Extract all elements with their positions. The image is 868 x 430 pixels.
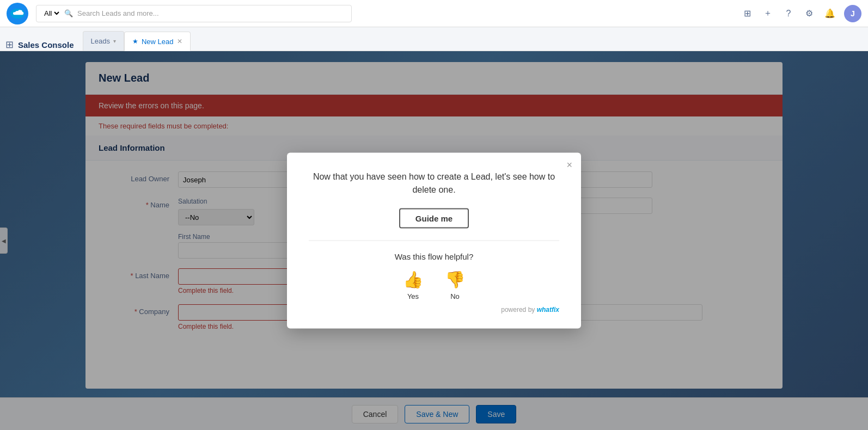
tab-new-lead-label: New Lead	[142, 38, 174, 46]
add-icon[interactable]: ＋	[761, 7, 774, 20]
guide-me-button[interactable]: Guide me	[399, 208, 469, 229]
tab-star-icon: ★	[132, 38, 138, 45]
modal-close-button[interactable]: ×	[566, 159, 572, 171]
main-area: ◀ New Lead Review the errors on this pag…	[0, 51, 868, 430]
app-name: Sales Console	[18, 40, 74, 50]
modal-body-text: Now that you have seen how to create a L…	[309, 170, 559, 196]
thumbs-up-icon: 👍	[403, 270, 423, 289]
search-icon: 🔍	[64, 9, 73, 17]
salesforce-logo[interactable]	[7, 3, 28, 24]
nav-right: ⊞ ＋ ? ⚙ 🔔 J	[741, 5, 861, 22]
search-placeholder: Search Leads and more...	[77, 9, 159, 17]
tab-leads-label: Leads	[91, 37, 110, 45]
grid-icon[interactable]: ⊞	[5, 39, 14, 51]
tab-new-lead[interactable]: ★ New Lead ✕	[124, 32, 191, 51]
powered-by: powered by whatfix	[309, 306, 559, 314]
no-label: No	[450, 292, 460, 300]
whatfix-brand: whatfix	[537, 306, 559, 314]
tab-bar: ⊞ Sales Console Leads ▾ ★ New Lead ✕	[0, 27, 868, 51]
thumbs-down-icon: 👎	[445, 270, 465, 289]
tab-close-icon[interactable]: ✕	[177, 38, 182, 45]
feedback-row: 👍 Yes 👎 No	[309, 270, 559, 300]
help-icon[interactable]: ?	[782, 7, 795, 20]
helpful-text: Was this flow helpful?	[309, 252, 559, 261]
avatar[interactable]: J	[844, 5, 861, 22]
notifications-icon[interactable]: 🔔	[823, 7, 836, 20]
modal: × Now that you have seen how to create a…	[287, 153, 581, 329]
nav-dropdown-icon[interactable]: ⊞	[741, 7, 754, 20]
tab-leads[interactable]: Leads ▾	[83, 31, 124, 51]
tab-bar-left: ⊞ Sales Console	[5, 39, 74, 51]
yes-label: Yes	[407, 292, 419, 300]
search-bar[interactable]: All 🔍 Search Leads and more...	[36, 5, 352, 22]
no-feedback-button[interactable]: 👎 No	[445, 270, 465, 300]
top-nav: All 🔍 Search Leads and more... ⊞ ＋ ? ⚙ 🔔…	[0, 0, 868, 27]
search-scope-select[interactable]: All	[42, 9, 61, 18]
settings-icon[interactable]: ⚙	[803, 7, 816, 20]
modal-divider	[309, 241, 559, 241]
yes-feedback-button[interactable]: 👍 Yes	[403, 270, 423, 300]
tab-leads-dropdown-icon[interactable]: ▾	[113, 38, 116, 44]
powered-by-text: powered by	[501, 306, 535, 314]
